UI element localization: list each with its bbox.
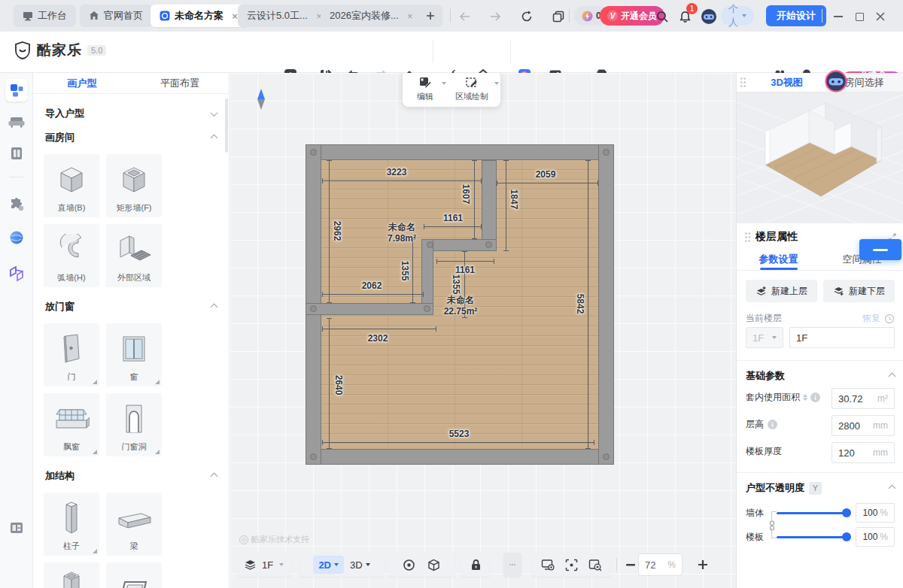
tab-3d-view[interactable]: 3D视图 (748, 73, 825, 92)
tile-rect-wall[interactable]: 矩形墙(F) (106, 154, 162, 217)
tile-hole[interactable]: 洞口 (106, 562, 162, 588)
tile-arc-wall[interactable]: 弧墙(H) (44, 224, 99, 287)
section-import-floorplan[interactable]: 导入户型 (33, 105, 229, 123)
new-upper-floor-button[interactable]: 新建上层 (746, 280, 817, 302)
strip-furniture[interactable] (5, 111, 28, 133)
tile-column[interactable]: 柱子 (44, 493, 99, 556)
history-clock-icon[interactable] (884, 314, 895, 324)
minimize-icon (834, 16, 843, 17)
area-field[interactable]: 30.72m² (832, 388, 895, 409)
wall-opacity-field[interactable]: 100% (856, 503, 895, 523)
wall-outer-top[interactable] (306, 144, 614, 160)
cube-view-icon[interactable] (427, 559, 440, 571)
column-icon (60, 496, 83, 541)
subtab-parameters[interactable]: 参数设置 (737, 248, 820, 270)
tile-door[interactable]: 门 (44, 323, 99, 386)
zoom-level-input[interactable] (645, 559, 663, 571)
minimize-button[interactable] (829, 8, 847, 26)
mode-2d-button[interactable]: 2D (313, 556, 344, 574)
nav-forward-button[interactable] (485, 6, 506, 27)
floorplan-canvas[interactable]: 编辑 区域绘制 (230, 73, 736, 588)
3d-preview[interactable] (737, 92, 903, 223)
strip-design-tool[interactable] (5, 79, 28, 102)
slab-opacity-field[interactable]: 100% (856, 527, 895, 547)
focus-center-icon[interactable] (565, 559, 578, 571)
slab-opacity-slider[interactable] (777, 532, 850, 541)
display-settings-icon[interactable] (541, 559, 555, 571)
info-icon[interactable]: i (810, 393, 820, 402)
restore-button[interactable]: 恢复 (862, 312, 880, 325)
tile-outer-area[interactable]: 外部区域 (106, 224, 162, 287)
mode-3d-button[interactable]: 3D (350, 559, 370, 571)
info-icon[interactable]: i (768, 420, 777, 429)
tab-draw-floorplan[interactable]: 画户型 (33, 73, 131, 93)
tab-workbench[interactable]: 工作台 (14, 5, 76, 27)
slider-knob[interactable] (842, 508, 851, 517)
region-draw-tool[interactable]: 区域绘制 (451, 76, 493, 102)
floor-name-field[interactable]: 1F (789, 327, 895, 348)
notifications-button[interactable]: 1 (674, 6, 695, 27)
new-tab-button[interactable] (418, 5, 442, 27)
slab-field[interactable]: 120mm (832, 442, 895, 463)
assistant-avatar[interactable] (698, 6, 719, 27)
wall-outer-right[interactable] (598, 144, 614, 465)
app-logo[interactable]: 酷家乐 5.0 (14, 41, 106, 60)
wall-opacity-slider[interactable] (777, 508, 850, 517)
new-lower-floor-button[interactable]: 新建下层 (823, 280, 895, 302)
wall-outer-bottom[interactable] (306, 449, 614, 465)
nav-back-button[interactable] (455, 6, 476, 27)
section-doors-windows[interactable]: 放门窗 (33, 298, 229, 316)
opacity-header[interactable]: 户型不透明度 Y (746, 481, 895, 495)
strip-cloud-sphere[interactable] (5, 226, 28, 249)
tile-beam[interactable]: 梁 (106, 493, 162, 556)
zoom-region-icon[interactable] (588, 559, 602, 571)
search-button[interactable] (652, 6, 673, 27)
profile-menu[interactable]: 个人 (721, 6, 754, 26)
strip-cabinet[interactable] (5, 142, 28, 165)
tab-cloud-design[interactable]: 云设计5.0工... × (238, 5, 333, 27)
drag-handle-icon[interactable] (744, 232, 751, 243)
tile-window[interactable]: 窗 (106, 323, 162, 386)
zoom-out-button[interactable] (622, 556, 640, 574)
duplicate-button[interactable] (548, 6, 569, 27)
wall-interior-vertical[interactable] (482, 160, 497, 251)
zoom-in-button[interactable] (694, 556, 712, 574)
slider-knob[interactable] (842, 532, 851, 541)
wall-interior-horizontal[interactable] (306, 303, 433, 315)
floor-selector[interactable]: 1F (238, 553, 290, 577)
tab-home[interactable]: 官网首页 (80, 5, 152, 27)
start-design-button[interactable]: 开始设计 (766, 5, 826, 26)
tile-opening[interactable]: 门窗洞 (106, 393, 162, 456)
edit-tool[interactable]: 编辑 (410, 76, 440, 102)
orbit-view-icon[interactable] (403, 559, 415, 571)
zoom-level-field[interactable]: % (638, 553, 683, 576)
tab-floor-layout[interactable]: 平面布置 (131, 73, 229, 93)
strip-3d-module[interactable] (5, 262, 28, 285)
tile-flue[interactable]: 烟道 (44, 562, 99, 588)
assistant-robot-icon[interactable] (825, 70, 847, 92)
close-tab-icon[interactable]: × (405, 11, 415, 22)
panel-collapse-button[interactable] (859, 239, 901, 260)
floor-select-dropdown[interactable]: 1F (746, 327, 783, 348)
lock-button[interactable] (461, 553, 490, 577)
close-window-button[interactable] (871, 8, 889, 26)
drag-handle-icon[interactable] (740, 77, 746, 88)
section-structures[interactable]: 加结构 (33, 467, 229, 485)
tab-current-plan[interactable]: 未命名方案 × (150, 5, 249, 27)
room-label-2[interactable]: 未命名22.75m² (444, 295, 478, 317)
scrollbar-thumb[interactable] (225, 99, 228, 153)
room-label-1[interactable]: 未命名7.98m² (388, 222, 416, 244)
section-draw-room[interactable]: 画房间 (33, 129, 229, 147)
maximize-button[interactable] (850, 8, 868, 26)
layout-icon (9, 520, 24, 535)
tile-bay-window[interactable]: 飘窗 (44, 393, 99, 456)
tile-straight-wall[interactable]: 直墙(B) (44, 154, 99, 217)
height-field[interactable]: 2800mm (832, 415, 895, 436)
tab-2026-design[interactable]: 2026室内装修... × (321, 5, 424, 27)
refresh-button[interactable] (516, 6, 537, 27)
arc-wall-icon (53, 227, 90, 272)
basic-params-header[interactable]: 基础参数 (746, 369, 895, 383)
more-tools-button[interactable] (503, 553, 521, 577)
strip-plugins[interactable] (5, 193, 28, 216)
strip-panel-layout[interactable] (5, 517, 28, 539)
